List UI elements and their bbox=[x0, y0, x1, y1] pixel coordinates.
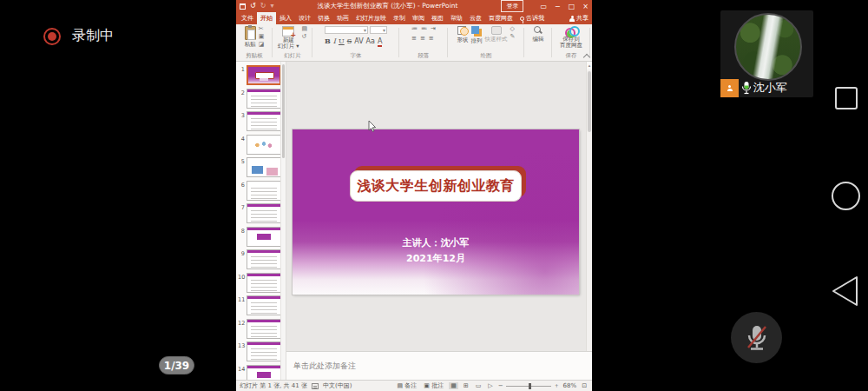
shape-fill-icon[interactable]: ◇ bbox=[510, 26, 516, 32]
slide-sorter-view-button[interactable]: ⊞ bbox=[462, 382, 470, 389]
close-button[interactable]: × bbox=[582, 3, 589, 10]
tab-view[interactable]: 视图 bbox=[428, 12, 447, 24]
edit-button[interactable]: 编辑 bbox=[533, 26, 544, 43]
thumbnail-row[interactable]: 3 bbox=[238, 111, 286, 133]
redo-icon[interactable]: ↻ bbox=[260, 3, 266, 10]
thumbnail-row[interactable]: 2 bbox=[238, 89, 286, 110]
tab-design[interactable]: 设计 bbox=[295, 12, 314, 24]
zoom-out-button[interactable]: − bbox=[498, 382, 503, 389]
thumbnail-slide-8[interactable] bbox=[247, 227, 281, 247]
tab-tellme[interactable]: 告诉我 bbox=[516, 12, 548, 24]
underline-button[interactable]: U bbox=[339, 37, 345, 45]
tab-record[interactable]: 录制 bbox=[390, 12, 409, 24]
microphone-mute-button[interactable] bbox=[731, 312, 782, 363]
thumbnail-slide-11[interactable] bbox=[247, 295, 281, 315]
thumbnail-slide-2[interactable] bbox=[247, 89, 281, 109]
tab-clouddrive[interactable]: 云盘 bbox=[466, 12, 485, 24]
save-icon[interactable] bbox=[240, 3, 246, 10]
scroll-up-icon[interactable]: ▴ bbox=[587, 62, 592, 70]
thumbnail-row[interactable]: 7 bbox=[238, 203, 286, 225]
indent-icon[interactable]: ⇥ bbox=[431, 26, 436, 33]
login-button[interactable]: 登录 bbox=[501, 0, 523, 12]
thumbnail-slide-14[interactable] bbox=[247, 365, 281, 381]
shape-outline-icon[interactable]: ✎ bbox=[510, 34, 516, 40]
minimize-button[interactable]: − bbox=[555, 3, 561, 10]
slide-1-canvas[interactable]: 浅谈大学生创新创业教育 主讲人：沈小军 2021年12月 bbox=[293, 129, 579, 295]
nav-home-button[interactable] bbox=[831, 181, 861, 211]
spellcheck-icon[interactable] bbox=[312, 383, 319, 389]
reading-view-button[interactable]: ▭ bbox=[474, 382, 483, 389]
align-left-icon[interactable]: ≡ bbox=[411, 36, 417, 43]
slide-presenter-text[interactable]: 主讲人：沈小军 bbox=[293, 236, 579, 249]
arrange-button[interactable]: 排列 bbox=[471, 26, 483, 45]
bullets-icon[interactable]: ≔ bbox=[411, 26, 418, 33]
qat-customize-icon[interactable]: ▾ bbox=[270, 3, 273, 10]
thumbnail-row[interactable]: 13 bbox=[238, 341, 286, 363]
webcam-overlay[interactable]: 沈小军 bbox=[720, 10, 813, 97]
tab-help[interactable]: 帮助 bbox=[447, 12, 466, 24]
thumbnail-slide-9[interactable] bbox=[247, 249, 281, 269]
numbering-icon[interactable]: ≕ bbox=[421, 26, 427, 33]
align-right-icon[interactable]: ≡ bbox=[429, 36, 434, 43]
thumbnail-row[interactable]: 1 bbox=[238, 65, 286, 87]
normal-view-button[interactable]: ▦ bbox=[449, 382, 458, 389]
collapse-ribbon-icon[interactable] bbox=[584, 53, 589, 58]
comments-toggle[interactable]: ▣ 批注 bbox=[422, 381, 445, 390]
language-indicator[interactable]: 中文(中国) bbox=[323, 381, 352, 390]
tab-file[interactable]: 文件 bbox=[238, 12, 257, 24]
zoom-percentage[interactable]: 68% bbox=[563, 382, 577, 389]
fit-to-window-icon[interactable]: ⊡ bbox=[580, 382, 589, 389]
change-case-icon[interactable]: Aa bbox=[366, 37, 375, 45]
bold-button[interactable]: B bbox=[325, 36, 331, 45]
font-name-select[interactable] bbox=[325, 26, 368, 34]
align-center-icon[interactable]: ≡ bbox=[420, 36, 425, 43]
thumbnail-row[interactable]: 5 bbox=[238, 157, 286, 179]
tab-review[interactable]: 审阅 bbox=[409, 12, 428, 24]
zoom-in-button[interactable]: ＋ bbox=[554, 381, 560, 390]
strikethrough-button[interactable]: S bbox=[347, 37, 352, 45]
thumbnail-row[interactable]: 4 bbox=[238, 135, 286, 156]
save-to-baidu-button[interactable]: 保存到 百度网盘 bbox=[560, 26, 582, 50]
notes-pane[interactable]: 单击此处添加备注 bbox=[286, 351, 592, 380]
copy-icon[interactable]: ▣ bbox=[259, 34, 265, 40]
zoom-slider[interactable] bbox=[506, 386, 551, 387]
nav-recents-button[interactable] bbox=[834, 86, 858, 110]
tab-transitions[interactable]: 切换 bbox=[314, 12, 333, 24]
new-slide-button[interactable]: 新建 幻灯片 ▾ bbox=[278, 26, 299, 50]
slide-date-text[interactable]: 2021年12月 bbox=[293, 252, 579, 265]
canvas-scrollbar[interactable]: ▴ bbox=[586, 62, 592, 351]
tab-home[interactable]: 开始 bbox=[257, 12, 276, 24]
thumbnail-slide-6[interactable] bbox=[247, 181, 281, 201]
reset-icon[interactable]: ↺ bbox=[302, 34, 308, 40]
thumbnail-row[interactable]: 12 bbox=[238, 319, 286, 341]
ribbon-options-icon[interactable]: ▭ bbox=[540, 3, 547, 10]
thumbnail-slide-1[interactable] bbox=[247, 65, 281, 85]
thumbnail-row[interactable]: 6 bbox=[238, 181, 286, 202]
char-spacing-icon[interactable]: AV bbox=[354, 37, 363, 45]
nav-back-button[interactable] bbox=[830, 275, 859, 308]
thumbnail-row[interactable]: 14 bbox=[238, 365, 286, 381]
layout-icon[interactable]: ▤ bbox=[302, 26, 308, 32]
font-color-button[interactable]: A bbox=[378, 37, 382, 47]
thumbnail-slide-5[interactable] bbox=[247, 157, 281, 177]
thumbnail-row[interactable]: 11 bbox=[238, 295, 286, 317]
font-size-select[interactable] bbox=[370, 26, 387, 34]
tab-animations[interactable]: 动画 bbox=[333, 12, 352, 24]
tab-slideshow[interactable]: 幻灯片放映 bbox=[352, 12, 390, 24]
italic-button[interactable]: I bbox=[333, 37, 336, 45]
thumbnail-scrollbar[interactable] bbox=[280, 62, 286, 380]
format-painter-icon[interactable]: ◪ bbox=[259, 42, 265, 48]
tab-insert[interactable]: 插入 bbox=[276, 12, 295, 24]
thumbnail-slide-7[interactable] bbox=[247, 203, 281, 223]
thumbnail-slide-4[interactable] bbox=[247, 135, 281, 155]
undo-icon[interactable]: ↺ bbox=[250, 3, 256, 10]
slideshow-view-button[interactable]: ▷ bbox=[486, 382, 494, 389]
notes-toggle[interactable]: ▤ 备注 bbox=[395, 381, 418, 390]
slide-canvas[interactable]: 浅谈大学生创新创业教育 主讲人：沈小军 2021年12月 ▴ bbox=[286, 62, 592, 351]
paste-button[interactable]: 粘贴 bbox=[245, 26, 256, 49]
thumbnail-slide-12[interactable] bbox=[247, 319, 281, 339]
thumbnail-slide-13[interactable] bbox=[247, 341, 281, 361]
tab-share[interactable]: 共享 bbox=[566, 12, 592, 24]
cut-icon[interactable]: ✂ bbox=[259, 26, 265, 32]
quick-styles-button[interactable]: 快速样式 bbox=[485, 26, 508, 43]
